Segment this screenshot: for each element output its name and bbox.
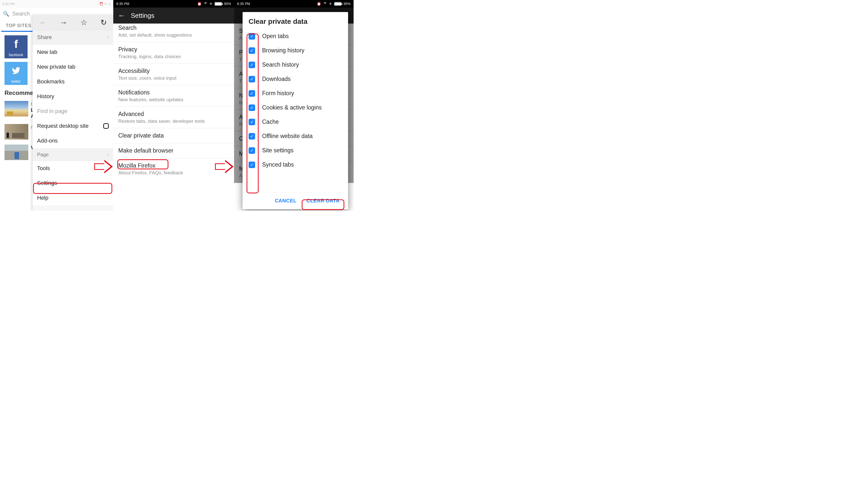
menu-bookmarks[interactable]: Bookmarks — [33, 74, 113, 89]
settings-row-advanced[interactable]: Advanced Restore tabs, data saver, devel… — [113, 107, 234, 128]
item-label: Site settings — [262, 147, 294, 154]
menu-help[interactable]: Help — [33, 191, 113, 205]
checkbox-checked-icon[interactable]: ✓ — [249, 133, 255, 140]
battery-percent: 95% — [224, 2, 231, 6]
tab-top-sites[interactable]: TOP SITES — [1, 20, 36, 32]
status-icons: ⏰ ✈ ▭ — [99, 2, 111, 6]
dialog-item-open-tabs[interactable]: ✓Open tabs — [243, 29, 348, 43]
panel-clear-data-dialog: 6:35 PM ⏰ ✈ 95% SA PT AT NN AR C — [234, 0, 354, 211]
back-arrow-icon[interactable]: ← — [118, 11, 125, 20]
card-thumbnail — [4, 145, 28, 160]
item-label: Cache — [262, 119, 279, 125]
settings-row-notifications[interactable]: Notifications New features, website upda… — [113, 85, 234, 107]
header-title: Settings — [131, 12, 154, 20]
bookmark-star-icon[interactable]: ☆ — [81, 18, 87, 27]
item-label: Browsing history — [262, 47, 304, 54]
dialog-item-form-history[interactable]: ✓Form history — [243, 86, 348, 101]
menu-label: Find in page — [37, 108, 67, 114]
item-label: Offline website data — [262, 133, 313, 140]
checkbox-checked-icon[interactable]: ✓ — [249, 147, 255, 154]
dialog-item-browsing-history[interactable]: ✓Browsing history — [243, 43, 348, 58]
settings-row-clear-private-data[interactable]: Clear private data — [113, 128, 234, 143]
status-time: 6:35 PM — [2, 2, 15, 6]
chevron-right-icon: › — [107, 34, 109, 40]
menu-label: History — [37, 93, 54, 100]
alarm-icon: ⏰ — [197, 2, 201, 6]
card-thumbnail — [4, 124, 28, 140]
menu-nav-row: ← → ☆ ↻ — [33, 15, 113, 30]
menu-new-private-tab[interactable]: New private tab — [33, 60, 113, 74]
clear-data-button[interactable]: CLEAR DATA — [303, 196, 343, 206]
menu-label: Help — [37, 195, 48, 201]
reload-icon[interactable]: ↻ — [101, 18, 107, 27]
menu-request-desktop[interactable]: Request desktop site — [33, 119, 113, 133]
menu-find-in-page: Find in page — [33, 104, 113, 119]
cancel-button[interactable]: CANCEL — [271, 196, 300, 206]
settings-row-mozilla[interactable]: Mozilla Firefox About Firefox, FAQs, fee… — [113, 158, 234, 180]
menu-label: Tools — [37, 165, 50, 172]
checkbox-checked-icon[interactable]: ✓ — [249, 33, 255, 40]
tile-label: twitter — [11, 79, 20, 84]
settings-row-privacy[interactable]: Privacy Tracking, logins, data choices — [113, 42, 234, 64]
battery-icon — [214, 2, 222, 6]
menu-page[interactable]: Page › — [33, 148, 113, 161]
status-icons: ⏰ ✈ 95% — [317, 2, 351, 6]
menu-history[interactable]: History — [33, 89, 113, 104]
search-placeholder: Search — [12, 11, 30, 17]
menu-label: New tab — [37, 49, 57, 55]
item-label: Downloads — [262, 76, 291, 83]
search-icon: 🔍 — [3, 11, 9, 17]
checkbox-checked-icon[interactable]: ✓ — [249, 76, 255, 83]
menu-label: Request desktop site — [37, 123, 88, 129]
row-title: Notifications — [118, 89, 229, 96]
menu-label: Page — [37, 152, 49, 158]
checkbox-checked-icon[interactable]: ✓ — [249, 105, 255, 111]
row-title: Advanced — [118, 111, 229, 118]
menu-label: Settings — [37, 180, 57, 186]
settings-row-search[interactable]: Search Add, set default, show suggestion… — [113, 23, 234, 42]
menu-addons[interactable]: Add-ons — [33, 133, 113, 148]
firefox-menu: ← → ☆ ↻ Share › New tab New private tab … — [33, 15, 113, 211]
menu-share[interactable]: Share › — [33, 30, 113, 45]
dialog-list: ✓Open tabs ✓Browsing history ✓Search his… — [243, 29, 348, 192]
item-label: Open tabs — [262, 33, 289, 40]
dialog-item-search-history[interactable]: ✓Search history — [243, 58, 348, 72]
dialog-item-synced-tabs[interactable]: ✓Synced tabs — [243, 158, 348, 172]
menu-settings[interactable]: Settings — [33, 176, 113, 191]
menu-new-tab[interactable]: New tab — [33, 45, 113, 60]
search-bar[interactable]: 🔍 Search — [0, 7, 33, 20]
row-title: Make default browser — [118, 147, 229, 154]
tile-label: facebook — [9, 53, 23, 57]
dialog-item-cache[interactable]: ✓Cache — [243, 115, 348, 129]
dialog-item-downloads[interactable]: ✓Downloads — [243, 72, 348, 86]
checkbox-checked-icon[interactable]: ✓ — [249, 162, 255, 168]
checkbox-checked-icon[interactable]: ✓ — [249, 119, 255, 125]
dialog-item-site-settings[interactable]: ✓Site settings — [243, 143, 348, 158]
dialog-item-offline-data[interactable]: ✓Offline website data — [243, 129, 348, 143]
menu-label: Share — [37, 34, 52, 40]
row-title: Accessibility — [118, 68, 229, 74]
tile-facebook[interactable]: f facebook — [4, 35, 28, 58]
row-title: Privacy — [118, 46, 229, 53]
checkbox-checked-icon[interactable]: ✓ — [249, 61, 255, 68]
row-subtitle: Add, set default, show suggestions — [118, 32, 229, 38]
panel-firefox-menu: 6:35 PM ⏰ ✈ ▭ 🔍 Search TOP SITES f faceb… — [0, 0, 113, 211]
settings-row-make-default[interactable]: Make default browser — [113, 143, 234, 158]
status-bar: 6:35 PM ⏰ ✈ ▭ — [0, 0, 113, 7]
tile-twitter[interactable]: twitter — [4, 62, 28, 85]
row-subtitle: Text size, zoom, voice input — [118, 75, 229, 81]
back-icon[interactable]: ← — [39, 18, 47, 27]
forward-icon[interactable]: → — [60, 18, 67, 27]
dialog-title: Clear private data — [243, 12, 348, 29]
dialog-item-cookies[interactable]: ✓Cookies & active logins — [243, 101, 348, 115]
wifi-icon — [323, 2, 327, 6]
item-label: Synced tabs — [262, 161, 294, 168]
menu-tools[interactable]: Tools › — [33, 161, 113, 176]
row-title: Mozilla Firefox — [118, 162, 229, 169]
checkbox-checked-icon[interactable]: ✓ — [249, 47, 255, 54]
checkbox-unchecked-icon[interactable] — [103, 123, 109, 129]
dialog-actions: CANCEL CLEAR DATA — [243, 192, 348, 209]
settings-row-accessibility[interactable]: Accessibility Text size, zoom, voice inp… — [113, 64, 234, 85]
menu-label: Add-ons — [37, 138, 58, 144]
checkbox-checked-icon[interactable]: ✓ — [249, 90, 255, 97]
